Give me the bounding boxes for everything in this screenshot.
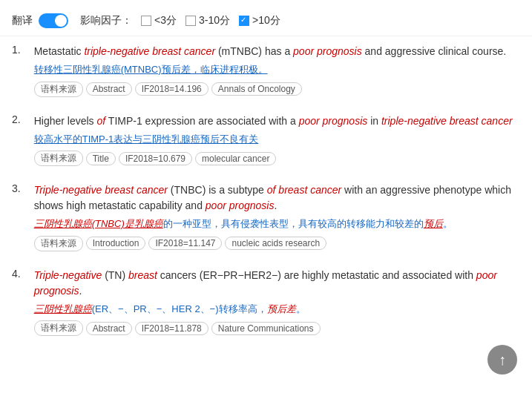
cn-red-4-1: 三阴性乳腺癌 xyxy=(34,303,92,314)
tag-journal-4[interactable]: Nature Communications xyxy=(211,322,321,335)
cn-period-3: 。 xyxy=(443,218,453,229)
tags-1: 语料来源 Abstract IF2018=14.196 Annals of On… xyxy=(34,82,507,97)
filter-3-10[interactable]: 3-10分 xyxy=(185,14,230,27)
result-content-3: Triple-negative breast cancer (TNBC) is … xyxy=(34,182,520,251)
result-title-cn-2: 较高水平的TIMP-1表达与三阴性乳腺癌预后不良有关 xyxy=(34,132,513,147)
tags-4: 语料来源 Abstract IF2018=11.878 Nature Commu… xyxy=(34,320,520,336)
result-item-1: 1. Metastatic triple-negative breast can… xyxy=(12,44,520,100)
tag-journal-1[interactable]: Annals of Oncology xyxy=(211,82,302,96)
filter-lt3[interactable]: <3分 xyxy=(141,14,177,27)
result-content-2: Higher levels of TIMP-1 expression are a… xyxy=(34,113,513,167)
keyword-2-2: triple-negative breast cancer xyxy=(381,115,513,127)
result-content-4: Triple-negative (TN) breast cancers (ER−… xyxy=(34,268,520,337)
result-title-cn-3: 三阴性乳腺癌(TNBC)是乳腺癌的一种亚型，具有侵袭性表型，具有较高的转移能力和… xyxy=(34,217,520,231)
keyword-1-2: poor prognosis xyxy=(293,45,362,57)
scroll-top-icon: ↑ xyxy=(499,352,506,369)
result-item-2: 2. Higher levels of TIMP-1 expression ar… xyxy=(12,113,520,170)
result-title-en-1: Metastatic triple-negative breast cancer… xyxy=(34,44,507,59)
cn-plain-3: 的一种亚型，具有侵袭性表型，具有较高的转移能力和较差的 xyxy=(163,218,424,229)
filter-3-10-label: 3-10分 xyxy=(199,14,230,27)
result-number-1: 1. xyxy=(12,44,21,97)
result-number-3: 3. xyxy=(12,182,21,251)
impact-label: 影响因子： xyxy=(80,14,132,27)
keyword-3-3: poor prognosis xyxy=(206,199,275,211)
cn-period-4: 。 xyxy=(296,303,306,314)
checkbox-3-10[interactable] xyxy=(185,16,196,26)
keyword-1-1: triple-negative breast cancer xyxy=(84,45,215,57)
tag-journal-3[interactable]: nucleic acids research xyxy=(225,237,326,250)
result-item-3: 3. Triple-negative breast cancer (TNBC) … xyxy=(12,182,520,254)
tag-abstract-1[interactable]: Abstract xyxy=(86,82,132,96)
keyword-2-1: poor prognosis xyxy=(299,115,368,127)
translate-label: 翻译 xyxy=(12,14,33,27)
filter-gt10[interactable]: >10分 xyxy=(239,14,280,27)
tag-source-1[interactable]: 语料来源 xyxy=(34,82,83,97)
result-item-4: 4. Triple-negative (TN) breast cancers (… xyxy=(12,268,520,340)
tag-if-4[interactable]: IF2018=11.878 xyxy=(135,322,208,335)
result-number-4: 4. xyxy=(12,268,21,337)
keyword-4-1: Triple-negative xyxy=(34,269,102,281)
translate-toggle[interactable] xyxy=(39,13,68,28)
translate-group: 翻译 xyxy=(12,13,68,28)
cn-red-4-2: 预后差 xyxy=(267,303,296,314)
keyword-3-2: of breast cancer xyxy=(267,184,341,196)
result-title-cn-4: 三阴性乳腺癌(ER、−、PR、−、HER 2、−)转移率高，预后差。 xyxy=(34,302,520,317)
cn-plain-4: (ER、−、PR、−、HER 2、−)转移率高， xyxy=(92,303,267,314)
cn-red-4: 预后 xyxy=(424,218,443,229)
result-title-en-2: Higher levels of TIMP-1 expression are a… xyxy=(34,113,513,129)
tag-intro-3[interactable]: Introduction xyxy=(86,237,146,250)
cn-red-1: 三阴性乳腺癌 xyxy=(34,218,92,229)
result-content-1: Metastatic triple-negative breast cancer… xyxy=(34,44,507,97)
checkbox-gt10[interactable] xyxy=(239,16,249,26)
cn-text-2: 较高水平的TIMP-1表达与三阴性乳腺癌预后不良有关 xyxy=(34,133,259,145)
tag-journal-2[interactable]: molecular cancer xyxy=(195,152,276,165)
keyword-4-3: poor prognosis xyxy=(34,269,497,297)
toolbar: 翻译 影响因子： <3分 3-10分 >10分 xyxy=(0,7,532,36)
result-title-en-4: Triple-negative (TN) breast cancers (ER−… xyxy=(34,268,520,299)
keyword-4-2: breast xyxy=(128,269,157,281)
tag-source-3[interactable]: 语料来源 xyxy=(34,236,83,251)
cn-red-2: (TNBC)是 xyxy=(92,218,134,229)
keyword-3-1: Triple-negative breast cancer xyxy=(34,184,168,196)
tag-abstract-4[interactable]: Abstract xyxy=(86,322,132,335)
tag-title-2[interactable]: Title xyxy=(86,152,116,165)
cn-text-1: 转移性三阴性乳腺癌(MTNBC)预后差，临床进程积极。 xyxy=(34,64,268,75)
result-title-cn-1: 转移性三阴性乳腺癌(MTNBC)预后差，临床进程积极。 xyxy=(34,62,507,77)
tags-2: 语料来源 Title IF2018=10.679 molecular cance… xyxy=(34,151,513,166)
filter-group: 影响因子： <3分 3-10分 >10分 xyxy=(80,14,280,27)
filter-lt3-label: <3分 xyxy=(154,14,177,27)
cn-red-3: 乳腺癌 xyxy=(134,218,163,229)
tag-if-2[interactable]: IF2018=10.679 xyxy=(119,152,192,165)
tag-source-2[interactable]: 语料来源 xyxy=(34,151,83,166)
tag-if-3[interactable]: IF2018=11.147 xyxy=(148,237,222,250)
checkbox-lt3[interactable] xyxy=(141,16,151,26)
results-list: 1. Metastatic triple-negative breast can… xyxy=(0,36,532,360)
tags-3: 语料来源 Introduction IF2018=11.147 nucleic … xyxy=(34,236,520,251)
filter-gt10-label: >10分 xyxy=(252,14,280,27)
scroll-top-button[interactable]: ↑ xyxy=(487,345,517,375)
tag-source-4[interactable]: 语料来源 xyxy=(34,320,83,336)
keyword-2-of: of xyxy=(97,115,106,127)
tag-if-1[interactable]: IF2018=14.196 xyxy=(135,82,208,96)
result-title-en-3: Triple-negative breast cancer (TNBC) is … xyxy=(34,182,520,214)
result-number-2: 2. xyxy=(12,113,21,167)
